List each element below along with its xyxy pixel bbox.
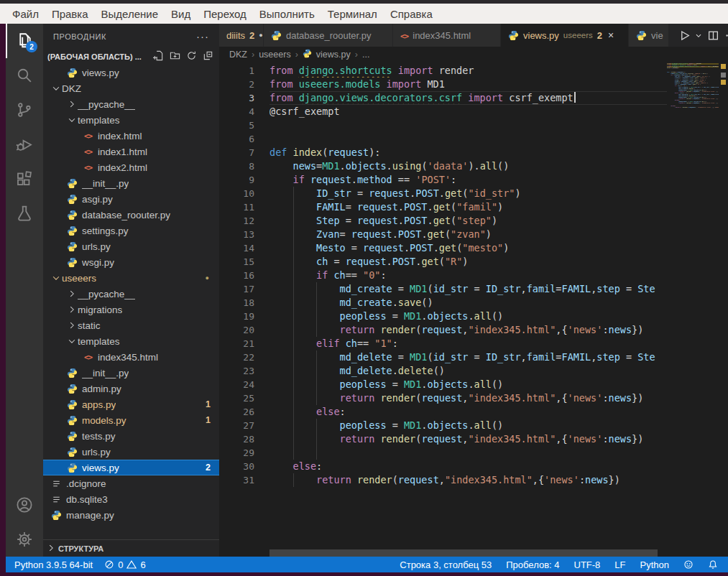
- status-problems[interactable]: 06: [98, 559, 151, 570]
- run-button[interactable]: [676, 29, 692, 42]
- code-editor[interactable]: 1from django.shortcuts import render2fro…: [219, 62, 667, 549]
- code-line-31[interactable]: 31 return render(request,"index345.html"…: [219, 473, 667, 487]
- outline-section-header[interactable]: СТРУКТУРА: [43, 539, 219, 557]
- collapse-icon[interactable]: [203, 50, 213, 64]
- code-line-22[interactable]: 22 md_delete = MD1(id_str = ID_str,famil…: [219, 350, 667, 364]
- menu-item-справка[interactable]: Справка: [384, 8, 439, 20]
- tree-file-manage-py[interactable]: manage.py: [43, 507, 219, 523]
- code-line-10[interactable]: 10 ID_str = request.POST.get("id_str"): [219, 187, 667, 200]
- tree-file--init-py[interactable]: __init__.py: [43, 175, 219, 191]
- tree-file-database-roouter-py[interactable]: database_roouter.py: [43, 207, 219, 223]
- code-line-25[interactable]: 25 return render(request,"index345.html"…: [219, 391, 667, 405]
- code-line-19[interactable]: 19 peopless = MD1.objects.all(): [219, 310, 667, 323]
- activity-source-control-button[interactable]: [6, 93, 43, 127]
- new-folder-icon[interactable]: [170, 50, 180, 64]
- tab-views.py[interactable]: views.pyuseeers2×: [501, 24, 629, 47]
- menu-item-файл[interactable]: Файл: [6, 8, 45, 20]
- code-line-26[interactable]: 26 else:: [219, 405, 667, 419]
- refresh-icon[interactable]: [186, 50, 197, 64]
- status-indentation[interactable]: Пробелов: 4: [500, 559, 565, 570]
- ellipsis-button[interactable]: [722, 29, 728, 42]
- activity-account-button[interactable]: [6, 488, 43, 522]
- code-line-12[interactable]: 12 Step = request.POST.get("step"): [219, 214, 667, 228]
- activity-testing-button[interactable]: [6, 196, 43, 231]
- tree-folder--pycache-[interactable]: __pycache__: [43, 96, 219, 112]
- tree-file-index-html[interactable]: <>index.html: [43, 128, 219, 144]
- tree-file-views-py[interactable]: views.py2: [43, 460, 219, 475]
- tree-folder-templates[interactable]: templates: [43, 112, 219, 128]
- breadcrumb[interactable]: DKZ›useeers›views.py›...: [219, 47, 728, 62]
- status-python-version[interactable]: Python 3.9.5 64-bit: [9, 559, 98, 570]
- breadcrumb-item[interactable]: DKZ: [229, 50, 247, 60]
- code-line-17[interactable]: 17 md_create = MD1(id_str = ID_str,famil…: [219, 282, 667, 296]
- code-line-28[interactable]: 28 return render(request,"index345.html"…: [219, 432, 667, 446]
- tree-file-asgi-py[interactable]: asgi.py: [43, 191, 219, 207]
- tree-folder-DKZ[interactable]: DKZ: [43, 80, 219, 96]
- tree-file-settings-py[interactable]: settings.py: [43, 223, 219, 238]
- code-line-5[interactable]: 5: [219, 119, 667, 132]
- new-file-icon[interactable]: [153, 50, 164, 64]
- status-cursor-position[interactable]: Строка 3, столбец 53: [394, 559, 497, 570]
- code-line-23[interactable]: 23 md_delete.delete(): [219, 364, 667, 378]
- tree-folder-static[interactable]: static: [43, 317, 219, 333]
- code-line-29[interactable]: 29: [219, 446, 667, 460]
- minimap[interactable]: from django.shortcuts import renderfrom …: [667, 63, 719, 108]
- tree-file-urls-py[interactable]: urls.py: [43, 238, 219, 254]
- tab-database_roouter.py[interactable]: database_roouter.py: [264, 24, 393, 47]
- menu-item-терминал[interactable]: Терминал: [321, 8, 384, 20]
- code-line-1[interactable]: 1from django.shortcuts import render: [219, 64, 667, 78]
- activity-run-debug-button[interactable]: [6, 127, 43, 162]
- code-line-13[interactable]: 13 Zvan= request.POST.get("zvan"): [219, 228, 667, 241]
- activity-explorer-button[interactable]: 2: [6, 24, 43, 58]
- breadcrumb-item[interactable]: ...: [362, 50, 369, 60]
- code-line-2[interactable]: 2from useeers.models import MD1: [219, 78, 667, 91]
- tree-file-db-sqlite3[interactable]: db.sqlite3: [43, 491, 219, 507]
- tree-file-models-py[interactable]: models.py1: [43, 412, 219, 428]
- tree-file-admin-py[interactable]: admin.py: [43, 381, 219, 396]
- tab-vie[interactable]: vie: [629, 24, 669, 47]
- code-line-16[interactable]: 16 if ch== "0":: [219, 269, 667, 282]
- tree-folder--pycache-[interactable]: __pycache__: [43, 286, 219, 302]
- status-notifications-bell-icon[interactable]: [702, 559, 724, 570]
- status-encoding[interactable]: UTF-8: [568, 559, 607, 570]
- chevron-down-sm-button[interactable]: [694, 29, 704, 42]
- close-tab-icon[interactable]: ×: [608, 29, 614, 41]
- code-line-21[interactable]: 21 elif ch== "1":: [219, 337, 667, 350]
- tab-index345.html[interactable]: <>index345.html: [393, 24, 501, 47]
- code-line-27[interactable]: 27 peopless = MD1.objects.all(): [219, 419, 667, 432]
- activity-settings-button[interactable]: [6, 522, 43, 557]
- workspace-section-header[interactable]: (РАБОЧАЯ ОБЛАСТЬ) ...: [43, 49, 219, 65]
- breadcrumb-item[interactable]: views.py: [316, 50, 351, 60]
- status-language[interactable]: Python: [635, 559, 675, 570]
- tree-file-index345-html[interactable]: <>index345.html: [43, 349, 219, 365]
- code-line-3[interactable]: 3from django.views.decorators.csrf impor…: [219, 91, 667, 105]
- code-line-18[interactable]: 18 md_create.save(): [219, 296, 667, 310]
- tree-file-wsgi-py[interactable]: wsgi.py: [43, 254, 219, 270]
- code-line-7[interactable]: 7def index(request):: [219, 146, 667, 159]
- code-line-15[interactable]: 15 ch = request.POST.get("R"): [219, 255, 667, 269]
- code-line-14[interactable]: 14 Mesto = request.POST.get("mesto"): [219, 241, 667, 255]
- menu-item-переход[interactable]: Переход: [197, 8, 253, 20]
- tree-file-index2-html[interactable]: <>index2.html: [43, 159, 219, 175]
- breadcrumb-item[interactable]: useeers: [259, 50, 290, 60]
- code-line-20[interactable]: 20 return render(request,"index345.html"…: [219, 323, 667, 337]
- code-line-24[interactable]: 24 peopless = MD1.objects.all(): [219, 378, 667, 391]
- horizontal-scrollbar[interactable]: [269, 549, 658, 557]
- tree-file--init-py[interactable]: __init__.py: [43, 365, 219, 381]
- code-line-6[interactable]: 6: [219, 132, 667, 146]
- code-line-11[interactable]: 11 FAMIL= request.POST.get("famil"): [219, 200, 667, 214]
- tree-file-index1-html[interactable]: <>index1.html: [43, 144, 219, 159]
- sidebar-more-icon[interactable]: ···: [196, 30, 209, 42]
- tree-folder-templates[interactable]: templates: [43, 333, 219, 349]
- menu-item-вид[interactable]: Вид: [165, 8, 197, 20]
- vertical-scrollbar[interactable]: [719, 62, 728, 557]
- activity-extensions-button[interactable]: [6, 162, 43, 196]
- menu-item-правка[interactable]: Правка: [45, 8, 95, 20]
- tree-folder-useeers[interactable]: useeers●: [43, 270, 219, 286]
- tree-file-views-py[interactable]: views.py: [43, 65, 219, 80]
- status-eol[interactable]: LF: [609, 559, 631, 570]
- menu-item-выделение[interactable]: Выделение: [95, 8, 165, 20]
- code-line-8[interactable]: 8 news=MD1.objects.using('daata').all(): [219, 159, 667, 173]
- menu-item-выполнить[interactable]: Выполнить: [253, 8, 321, 20]
- tree-folder-migrations[interactable]: migrations: [43, 302, 219, 317]
